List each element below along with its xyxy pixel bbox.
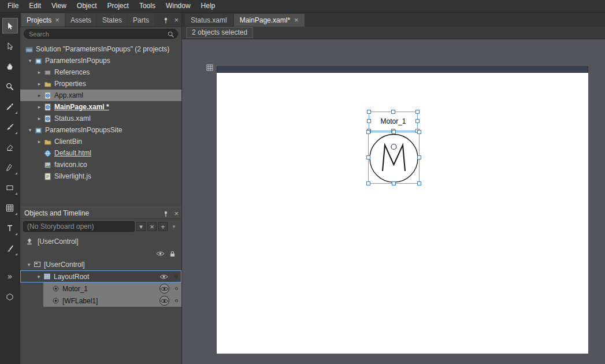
tree-item-favicon-ico[interactable]: favicon.ico [20,159,181,170]
new-storyboard-icon[interactable] [158,222,168,231]
objects-item-usercontrol[interactable]: [UserControl] [20,258,181,270]
menu-project[interactable]: Project [102,0,134,12]
resize-handle[interactable] [417,130,421,134]
tree-item-status-xaml[interactable]: Status.xaml [20,113,181,124]
design-canvas[interactable]: Motor_1 [217,73,588,354]
tree-item-mainpage-xaml[interactable]: MainPage.xaml * [20,101,181,113]
xaml-file-icon [43,114,52,122]
expander-icon[interactable] [35,81,43,87]
tree-item-project-parametersinpopups[interactable]: ParametersInPopups [20,55,181,66]
close-storyboard-icon[interactable] [150,223,154,231]
motor-element[interactable] [368,132,420,184]
direct-selection-tool[interactable] [2,38,18,54]
more-tools-button[interactable] [2,269,18,284]
lock-toggle[interactable] [170,275,181,278]
pin-icon[interactable] [162,210,169,218]
references-icon [43,68,52,76]
brush-tool[interactable] [2,240,18,256]
resize-handle[interactable] [366,155,370,159]
tab-assets[interactable]: Assets [65,13,96,27]
scope-up-icon[interactable] [25,237,34,246]
artboard[interactable]: Motor_1 [182,39,605,364]
tree-item-default-html[interactable]: Default.html [20,147,181,159]
menu-window[interactable]: Window [161,0,196,12]
menu-tools[interactable]: Tools [134,0,161,12]
objects-item-wflabel1[interactable]: [WFLabel1] [20,295,181,307]
expander-icon[interactable] [35,139,43,144]
resize-handle[interactable] [392,181,396,185]
menu-edit[interactable]: Edit [24,0,46,12]
close-panel-icon[interactable] [174,16,179,24]
visibility-toggle[interactable] [157,296,171,306]
resize-handle[interactable] [391,110,395,114]
close-panel-icon[interactable] [174,210,179,218]
tab-label: Status.xaml [191,14,227,27]
objects-timeline-header[interactable]: Objects and Timeline [20,207,181,219]
eyedropper-tool[interactable] [2,99,18,114]
resize-handle[interactable] [417,155,421,159]
tree-item-properties[interactable]: Properties [20,78,181,90]
menu-view[interactable]: View [46,0,72,12]
storyboard-options-icon[interactable] [169,222,179,231]
expander-icon[interactable] [26,127,34,133]
close-tab-icon[interactable] [294,14,299,27]
grid-tool[interactable] [2,200,18,216]
tree-item-solution[interactable]: Solution "ParametersInPopups" (2 project… [20,43,181,55]
pin-icon[interactable] [162,17,169,24]
expander-icon[interactable] [35,104,43,110]
main-area: Status.xaml MainPage.xaml* 2 objects sel… [182,13,605,364]
tree-item-clientbin[interactable]: ClientBin [20,136,181,147]
expander-icon[interactable] [35,69,43,75]
zoom-tool[interactable] [2,79,18,94]
tree-item-references[interactable]: References [20,66,181,78]
text-tool[interactable] [2,220,18,236]
menu-object[interactable]: Object [72,0,102,12]
tab-mainpage-xaml[interactable]: MainPage.xaml* [234,14,305,27]
resize-handle[interactable] [417,181,421,185]
lock-toggle[interactable] [171,287,181,290]
storyboard-dropdown-icon[interactable] [136,222,146,231]
expander-icon[interactable] [35,116,43,121]
assets-tool[interactable] [2,289,18,304]
visibility-toggle[interactable] [157,284,171,294]
artboard-grid-icon[interactable] [206,64,213,71]
close-tab-icon[interactable] [55,14,60,27]
pan-tool[interactable] [2,58,18,74]
tree-item-app-xaml[interactable]: App.xaml [20,90,181,101]
expander-icon[interactable] [25,262,33,268]
resize-handle[interactable] [366,130,370,134]
resize-handle[interactable] [392,130,396,134]
search-input[interactable] [24,29,178,39]
resize-handle[interactable] [415,110,420,114]
tab-parts[interactable]: Parts [128,13,154,27]
wflabel-element[interactable]: Motor_1 [369,112,418,131]
resize-handle[interactable] [367,119,371,123]
xaml-file-icon [43,103,52,111]
html-file-icon [43,149,52,157]
pen-tool[interactable] [2,159,18,175]
resize-handle[interactable] [415,119,420,123]
tab-projects[interactable]: Projects [21,13,65,27]
objects-item-motor-1[interactable]: Motor_1 [20,283,181,295]
projects-tab-strip: Projects Assets States Parts [20,13,181,27]
eraser-tool[interactable] [2,139,18,155]
resize-handle[interactable] [367,110,371,114]
tab-states[interactable]: States [97,13,127,27]
tab-status-xaml[interactable]: Status.xaml [185,14,233,27]
resize-handle[interactable] [366,181,370,185]
expander-icon[interactable] [35,92,43,98]
menu-help[interactable]: Help [196,0,221,12]
storyboard-picker[interactable]: (No Storyboard open) [23,221,135,232]
menu-file[interactable]: File [2,0,24,12]
expander-icon[interactable] [26,58,34,64]
tree-item-silverlight-js[interactable]: Silverlight.js [20,170,181,182]
paintbrush-tool[interactable] [2,119,18,135]
objects-item-layoutroot[interactable]: LayoutRoot [20,270,181,283]
visibility-toggle[interactable] [157,272,170,281]
selection-tool[interactable] [2,18,18,34]
lock-toggle[interactable] [171,299,181,302]
tree-item-project-parametersinpopupssite[interactable]: ParametersInPopupsSite [20,124,181,136]
expander-icon[interactable] [35,274,43,280]
text-icon [6,224,14,232]
rectangle-tool[interactable] [2,180,18,195]
